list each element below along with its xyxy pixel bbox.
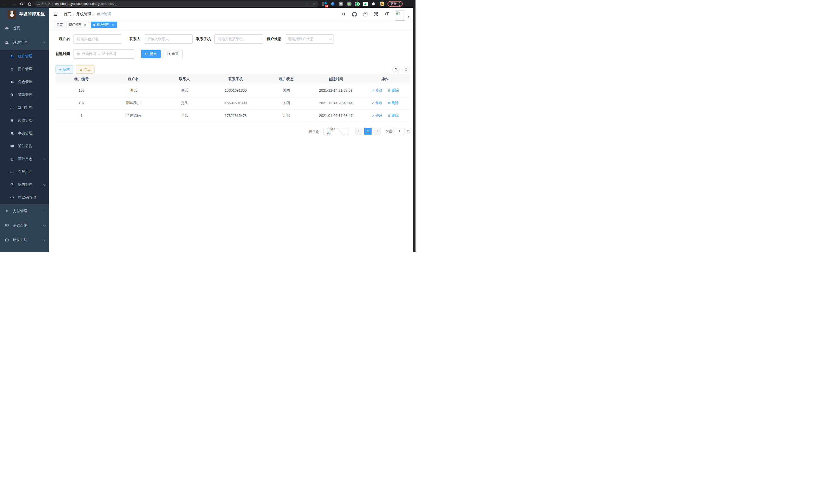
sidebar-collapse-button[interactable] [49,8,62,21]
menu-tree-icon [10,93,14,97]
sidebar-item-dept[interactable]: 部门管理 [0,101,49,114]
font-size-icon[interactable]: TT [384,11,389,17]
extension-balloon-icon[interactable] [330,2,335,6]
sidebar-item-label: 研发工具 [13,238,27,242]
bookmark-star-icon[interactable]: ☆ [313,2,316,6]
sidebar-item-label: 角色管理 [18,80,32,84]
sidebar-item-menu[interactable]: 菜单管理 [0,88,49,101]
sidebar-item-sms[interactable]: 短信管理 [0,178,49,191]
col-mobile: 联系手机 [210,74,261,84]
extension-recorder-icon[interactable] [347,2,351,6]
chevron-down-icon [43,157,46,160]
fullscreen-icon[interactable] [373,11,378,17]
address-bar[interactable]: 不安全 | dashboard.yudao.iocoder.cn/system/… [34,1,318,7]
next-page-button[interactable] [374,128,381,135]
help-icon[interactable]: ? [363,11,368,17]
sidebar-item-label: 系统管理 [13,40,27,45]
browser-home-button[interactable] [26,1,33,7]
post-badge-icon [10,118,14,122]
refresh-icon [167,52,170,56]
tab-tenant[interactable]: 租户管理 × [91,22,117,28]
sidebar-item-tenant[interactable]: 租户管理 [0,50,49,63]
breadcrumb-home[interactable]: 首页 [64,12,71,17]
extensions-puzzle-icon[interactable] [371,2,376,6]
pagination: 共 3 条 10条/页 1 前往 页 [56,128,410,135]
delete-link[interactable]: 删除 [388,113,399,118]
user-icon [10,67,14,71]
tab-close-icon[interactable]: × [83,23,87,27]
breadcrumb-current: 租户管理 [96,12,111,17]
filter-row-2: 创建时间 开始日期 - 结束日期 搜索 重置 [56,49,410,59]
edit-link[interactable]: 修改 [372,113,382,118]
sidebar-item-notice[interactable]: 通知公告 [0,140,49,153]
not-secure-warning-icon [37,2,40,5]
mobile-input[interactable] [214,34,263,44]
sidebar-item-home[interactable]: 首页 [0,21,49,35]
plus-icon: + [59,67,61,72]
browser-back-button[interactable]: ← [3,1,9,7]
breadcrumb-system[interactable]: 系统管理 [77,12,91,17]
delete-link[interactable]: 删除 [388,101,399,105]
dict-book-icon [10,131,14,136]
prev-page-button[interactable] [355,128,362,135]
extension-tampermonkey-icon[interactable]: 10 [322,2,327,6]
contact-input[interactable] [144,34,193,44]
refresh-table-button[interactable] [402,66,410,73]
sidebar-item-online-user[interactable]: 在线用户 [0,166,49,178]
sidebar-item-infra[interactable]: 基础设施 [0,218,49,233]
edit-link[interactable]: 修改 [372,88,382,93]
add-button[interactable]: + 新增 [56,65,73,74]
briefcase-icon [5,238,9,242]
sidebar-item-label: 用户管理 [18,67,32,71]
header-search-icon[interactable] [341,11,346,17]
sidebar-item-post[interactable]: 岗位管理 [0,114,49,127]
tab-close-icon[interactable]: × [111,23,115,27]
sidebar-item-pay[interactable]: ¥ 支付管理 [0,204,49,218]
extension-command-icon[interactable]: ⌘ [338,2,343,6]
sidebar-item-label: 部门管理 [18,105,32,110]
delete-link[interactable]: 删除 [388,88,399,93]
sidebar-item-user[interactable]: 用户管理 [0,63,49,76]
extension-y-icon[interactable]: Y [355,2,360,6]
github-icon[interactable] [352,11,357,17]
reset-button[interactable]: 重置 [163,50,183,58]
browser-update-button[interactable]: 更新 [388,1,403,7]
status-text: 关闭 [261,84,311,97]
yen-icon: ¥ [5,209,9,213]
page-size-select[interactable]: 10条/页 [323,128,348,135]
tab-dept[interactable]: 部门管理 × [66,22,89,28]
table-row: 1 芋道源码 芋艿 17321315478 开启 2021-01-05 17:0… [56,109,410,122]
tenant-name-input[interactable] [74,34,122,44]
profile-avatar-icon[interactable] [379,2,384,6]
sidebar-item-dict[interactable]: 字典管理 [0,127,49,140]
current-page-button[interactable]: 1 [364,128,372,135]
status-select[interactable]: 请选择租户状态 [285,34,334,44]
sidebar-item-devtool[interactable]: 研发工具 [0,233,49,247]
security-label[interactable]: 不安全 [41,2,50,6]
user-avatar[interactable] [395,10,405,21]
edit-link[interactable]: 修改 [372,101,382,105]
navbar-actions: ? TT ▼ [335,8,416,21]
browser-reload-button[interactable] [19,1,25,7]
user-menu-caret-icon[interactable]: ▼ [407,16,410,18]
sidebar-item-errorcode[interactable]: </> 错误码管理 [0,191,49,204]
trash-icon [388,101,391,105]
tab-home[interactable]: 首页 [54,22,65,28]
export-button[interactable]: 导出 [76,65,94,74]
trash-icon [388,114,391,117]
extension-grammar-icon[interactable] [363,2,368,6]
sidebar-item-system[interactable]: 系统管理 [0,35,49,50]
sidebar-logo[interactable]: 芋道管理系统 [0,8,49,21]
sidebar-item-audit-log[interactable]: 审计日志 [0,153,49,166]
browser-menu-icon[interactable] [399,2,400,6]
browser-forward-button[interactable]: → [10,1,17,7]
sidebar-item-role[interactable]: 角色管理 [0,76,49,88]
search-button[interactable]: 搜索 [141,50,161,58]
show-search-toggle-button[interactable] [392,66,400,73]
create-time-range-picker[interactable]: 开始日期 - 结束日期 [74,49,134,59]
goto-page-input[interactable] [394,128,404,135]
calendar-icon [76,52,80,56]
share-icon[interactable] [306,2,310,6]
start-date-placeholder: 开始日期 [82,52,96,56]
filter-row-1: 租户名 联系人 联系手机 租户状态 请选择租户状态 [56,34,410,44]
